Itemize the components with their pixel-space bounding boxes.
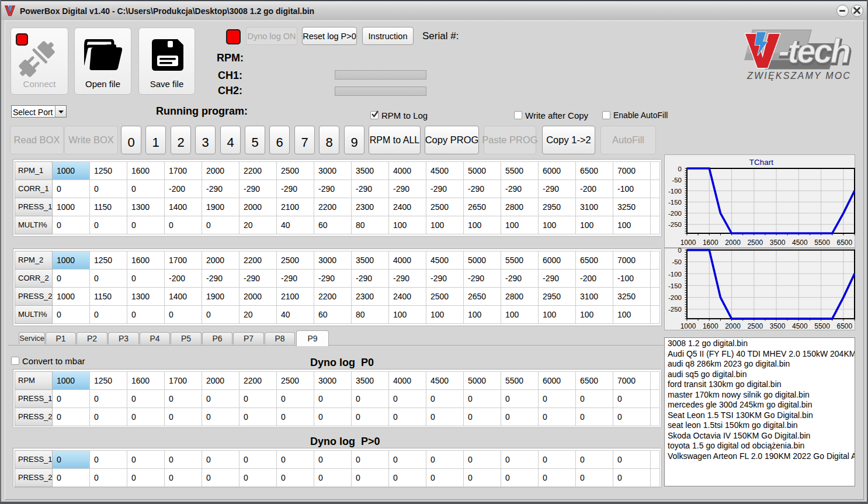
- svg-text:1000: 1000: [680, 239, 696, 247]
- svg-text:2000: 2000: [725, 239, 741, 247]
- svg-text:4500: 4500: [792, 239, 808, 247]
- svg-text:-50: -50: [672, 177, 682, 184]
- svg-text:2500: 2500: [747, 322, 763, 330]
- svg-text:2500: 2500: [747, 239, 763, 247]
- svg-text:-250: -250: [668, 221, 682, 228]
- svg-text:2000: 2000: [725, 322, 741, 330]
- svg-text:-50: -50: [672, 258, 682, 265]
- svg-text:5500: 5500: [814, 322, 830, 330]
- svg-text:1600: 1600: [703, 239, 718, 247]
- svg-text:0: 0: [678, 248, 682, 254]
- svg-text:3500: 3500: [770, 322, 786, 330]
- svg-text:-100: -100: [668, 271, 682, 278]
- svg-text:-100: -100: [668, 188, 682, 195]
- svg-text:-250: -250: [668, 306, 682, 313]
- svg-text:6500: 6500: [837, 322, 853, 330]
- svg-text:-200: -200: [668, 210, 682, 217]
- svg-text:5500: 5500: [814, 239, 830, 247]
- svg-text:3500: 3500: [770, 239, 786, 247]
- svg-text:-150: -150: [668, 199, 682, 206]
- svg-text:-tech: -tech: [779, 32, 850, 70]
- svg-text:1000: 1000: [680, 322, 696, 330]
- svg-text:1600: 1600: [703, 322, 718, 330]
- svg-text:-150: -150: [668, 282, 682, 289]
- svg-text:-200: -200: [668, 294, 682, 301]
- svg-text:4500: 4500: [792, 322, 808, 330]
- svg-text:0: 0: [678, 165, 682, 172]
- svg-text:TChart: TChart: [749, 158, 774, 167]
- svg-text:6500: 6500: [837, 239, 853, 247]
